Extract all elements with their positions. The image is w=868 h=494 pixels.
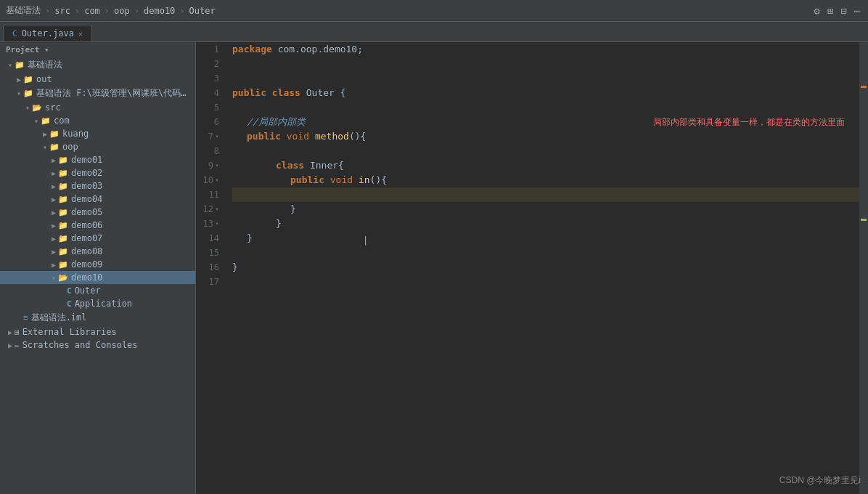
tree-item-demo04[interactable]: ▶ 📁 demo04: [0, 193, 195, 206]
arrow-kuang: ▶: [41, 130, 49, 138]
tree-label-demo10: demo10: [71, 272, 102, 283]
watermark: CSDN @今晚梦里见i: [779, 474, 861, 487]
linenum-12: 12 ▾: [199, 202, 219, 216]
linenum-5: 5: [199, 100, 219, 115]
arrow-demo07: ▶: [49, 235, 58, 243]
tree-label-demo03: demo03: [71, 181, 102, 191]
java-icon-outer: C: [67, 286, 72, 296]
src-folder-icon: 📂: [32, 103, 42, 113]
tree-item-application[interactable]: C Application: [0, 297, 195, 310]
tree-item-jichuyufa[interactable]: ▾ 📁 基础语法 F:\班级管理\网课班\代码\Ja: [0, 86, 195, 101]
tab-bar: C Outer.java ✕: [0, 22, 868, 42]
sidebar[interactable]: Project ▾ ▾ 📁 基础语法 ▶ 📁 out ▾ 📁 基础语法 F:\班…: [0, 42, 196, 494]
folder-icon-root: 📁: [15, 60, 25, 70]
tree-item-demo06[interactable]: ▶ 📁 demo06: [0, 219, 195, 232]
code-line-9: class Inner{: [232, 158, 859, 173]
folder-icon-oop: 📁: [49, 142, 60, 152]
tree-item-demo08[interactable]: ▶ 📁 demo08: [0, 245, 195, 258]
folder-icon-demo02: 📁: [58, 169, 68, 178]
code-line-12: }: [232, 202, 859, 216]
tree-label-demo06: demo06: [71, 220, 102, 230]
code-line-6: //局部内部类 局部内部类和具备变量一样，都是在类的方法里面: [232, 115, 859, 129]
folder-icon-demo07: 📁: [58, 234, 68, 243]
top-bar: 基础语法 › src › com › oop › demo10 › Outer …: [0, 0, 868, 22]
tree-item-kuang[interactable]: ▶ 📁 kuang: [0, 127, 195, 140]
more-icon[interactable]: ⋯: [852, 4, 862, 18]
code-line-7: public void method(){: [232, 129, 859, 144]
breadcrumb-src: src: [54, 6, 70, 16]
linenum-9: 9 ▾: [199, 158, 219, 173]
tree-item-demo09[interactable]: ▶ 📁 demo09: [0, 258, 195, 271]
breadcrumb-com: com: [84, 6, 100, 16]
linenum-8: 8: [199, 144, 219, 158]
breadcrumb-demo10: demo10: [144, 6, 175, 16]
folder-icon-demo04: 📁: [58, 195, 68, 204]
arrow-demo06: ▶: [49, 222, 58, 230]
tree-item-demo01[interactable]: ▶ 📁 demo01: [0, 153, 195, 166]
arrow-demo04: ▶: [49, 195, 58, 203]
breadcrumb-oop: oop: [114, 6, 130, 16]
close-tab-button[interactable]: ✕: [78, 30, 83, 38]
line-numbers: 1 2 3 4 5 6 7 ▾ 8 9 ▾ 10 ▾ 11 12 ▾ 13 ▾ …: [196, 42, 225, 494]
code-line-4: public class Outer {: [232, 86, 859, 100]
settings-icon[interactable]: ⚙: [811, 4, 822, 18]
tree-item-src[interactable]: ▾ 📂 src: [0, 101, 195, 114]
code-line-16: }: [232, 260, 859, 275]
code-line-5: [232, 100, 859, 115]
tree-item-extlibs[interactable]: ▶ ⊞ External Libraries: [0, 325, 195, 339]
tab-outer-java[interactable]: C Outer.java ✕: [3, 25, 92, 41]
arrow-com: ▾: [32, 117, 41, 125]
tree-item-demo10[interactable]: ▾ 📂 demo10: [0, 271, 195, 284]
tree-label-root: 基础语法: [28, 59, 62, 71]
code-line-14: } |: [232, 231, 859, 246]
tree-item-iml[interactable]: ≡ 基础语法.iml: [0, 310, 195, 325]
linenum-6: 6: [199, 115, 219, 129]
tree-item-out[interactable]: ▶ 📁 out: [0, 73, 195, 86]
code-lines[interactable]: package com.oop.demo10; public class Out…: [225, 42, 859, 494]
arrow-extlibs: ▶: [6, 328, 15, 336]
tree-item-demo07[interactable]: ▶ 📁 demo07: [0, 232, 195, 245]
linenum-3: 3: [199, 71, 219, 86]
tree-label-demo07: demo07: [71, 233, 102, 243]
expand-icon[interactable]: ⊞: [825, 4, 835, 18]
folder-icon-com: 📁: [41, 116, 51, 126]
annotation-text-6: 局部内部类和具备变量一样，都是在类的方法里面: [653, 115, 845, 129]
tree-item-root[interactable]: ▾ 📁 基础语法: [0, 57, 195, 73]
tree-label-demo01: demo01: [71, 155, 102, 165]
main-area: Project ▾ ▾ 📁 基础语法 ▶ 📁 out ▾ 📁 基础语法 F:\班…: [0, 42, 868, 494]
linenum-1: 1: [199, 42, 219, 57]
arrow-scratches: ▶: [6, 341, 15, 349]
tree-label-iml: 基础语法.iml: [31, 312, 87, 324]
tree-item-demo05[interactable]: ▶ 📁 demo05: [0, 206, 195, 219]
folder-icon-demo08: 📁: [58, 247, 68, 256]
tree-item-scratches[interactable]: ▶ ✏ Scratches and Consoles: [0, 339, 195, 352]
tree-label-oop: oop: [62, 142, 78, 152]
folder-icon-kuang: 📁: [49, 129, 60, 139]
tree-item-demo03[interactable]: ▶ 📁 demo03: [0, 179, 195, 193]
code-line-15: [232, 246, 859, 260]
arrow-oop: ▾: [41, 143, 49, 151]
arrow-jichuyufa: ▾: [15, 89, 23, 97]
arrow-demo02: ▶: [49, 169, 58, 177]
editor[interactable]: 1 2 3 4 5 6 7 ▾ 8 9 ▾ 10 ▾ 11 12 ▾ 13 ▾ …: [196, 42, 868, 494]
breadcrumb-jichu: 基础语法: [6, 4, 41, 17]
scratches-icon: ✏: [15, 341, 20, 350]
tree-item-oop[interactable]: ▾ 📁 oop: [0, 140, 195, 153]
linenum-13: 13 ▾: [199, 216, 219, 231]
arrow-src: ▾: [23, 104, 32, 112]
error-indicator: [861, 86, 867, 88]
breadcrumb-outer: Outer: [189, 6, 216, 16]
tree-label-demo04: demo04: [71, 194, 102, 204]
collapse-icon[interactable]: ⊟: [838, 4, 848, 18]
sidebar-header: Project ▾: [0, 42, 195, 57]
iml-icon: ≡: [23, 313, 28, 323]
folder-icon-jichuyufa: 📁: [23, 89, 33, 98]
tree-item-outer[interactable]: C Outer: [0, 284, 195, 297]
code-line-1: package com.oop.demo10;: [232, 42, 859, 57]
linenum-17: 17: [199, 275, 219, 289]
tree-item-demo02[interactable]: ▶ 📁 demo02: [0, 166, 195, 179]
linenum-10: 10 ▾: [199, 173, 219, 187]
tree-item-com[interactable]: ▾ 📁 com: [0, 114, 195, 127]
tree-label-com: com: [54, 116, 70, 126]
java-file-icon: C: [12, 29, 17, 39]
